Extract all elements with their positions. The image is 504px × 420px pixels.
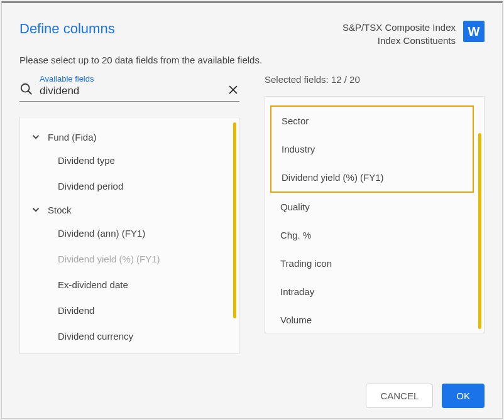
selected-field-item[interactable]: Trading icon [270, 249, 474, 277]
selected-field-item[interactable]: Dividend yield (%) (FY1) [271, 163, 473, 191]
selected-count-label: Selected fields: 12 / 20 [265, 74, 485, 85]
available-field-item[interactable]: Dividend [54, 298, 235, 323]
close-icon[interactable] [227, 83, 239, 97]
group-header[interactable]: Fund (Fida) [24, 126, 235, 148]
dialog-title: Define columns [19, 21, 115, 37]
selected-field-item[interactable]: Sector [271, 107, 473, 135]
available-column: Available fields Fund (Fida)Dividend typ… [19, 74, 239, 354]
selected-field-item[interactable]: Chg. % [270, 221, 474, 249]
context-line2: Index Constituents [342, 34, 456, 47]
group-label: Fund (Fida) [48, 132, 97, 143]
selected-scrollbar[interactable] [478, 133, 481, 329]
selected-field-item[interactable]: Quality [270, 193, 474, 221]
search-row: Available fields [19, 74, 239, 102]
selected-field-item[interactable]: Intraday [270, 277, 474, 306]
group-items: Dividend (ann) (FY1)Dividend yield (%) (… [24, 220, 235, 349]
cancel-button[interactable]: CANCEL [366, 384, 433, 408]
dialog-header: Define columns S&P/TSX Composite Index I… [2, 3, 502, 52]
available-field-item[interactable]: Dividend (ann) (FY1) [54, 220, 235, 246]
available-scrollbar[interactable] [233, 122, 236, 318]
available-list[interactable]: Fund (Fida)Dividend typeDividend periodS… [20, 117, 239, 353]
available-field-item[interactable]: Dividend currency [54, 323, 235, 349]
selected-remaining: QualityChg. %Trading iconIntradayVolumeL… [269, 193, 480, 333]
context-line1: S&P/TSX Composite Index [342, 21, 456, 34]
selected-panel: SectorIndustryDividend yield (%) (FY1)Qu… [265, 96, 485, 333]
define-columns-dialog: Define columns S&P/TSX Composite Index I… [1, 1, 503, 419]
group-header[interactable]: Stock [24, 199, 235, 220]
dialog-footer: CANCEL OK [366, 384, 485, 408]
search-field-wrap: Available fields [40, 74, 221, 97]
available-panel: Fund (Fida)Dividend typeDividend periodS… [19, 117, 239, 354]
app-badge: W [463, 21, 485, 42]
highlighted-selection: SectorIndustryDividend yield (%) (FY1) [270, 105, 474, 193]
selected-field-item[interactable]: Volume [270, 306, 474, 333]
available-field-item[interactable]: Dividend type [54, 148, 235, 173]
selected-column: Selected fields: 12 / 20 SectorIndustryD… [265, 74, 485, 354]
dialog-body: Available fields Fund (Fida)Dividend typ… [2, 74, 502, 354]
available-field-item[interactable]: Ex-dividend date [54, 272, 235, 298]
ok-button[interactable]: OK [442, 384, 485, 408]
header-right: S&P/TSX Composite Index Index Constituen… [342, 21, 485, 47]
selected-field-item[interactable]: Industry [271, 135, 473, 163]
search-input[interactable] [40, 85, 221, 97]
group-label: Stock [48, 205, 72, 215]
search-icon [19, 82, 33, 97]
instruction-text: Please select up to 20 data fields from … [2, 52, 502, 74]
context-info: S&P/TSX Composite Index Index Constituen… [342, 21, 456, 47]
group-items: Dividend typeDividend period [24, 148, 235, 199]
chevron-down-icon [30, 204, 41, 215]
svg-line-1 [28, 91, 32, 95]
available-field-item: Dividend yield (%) (FY1) [54, 246, 235, 272]
selected-list[interactable]: SectorIndustryDividend yield (%) (FY1)Qu… [265, 97, 484, 333]
svg-point-0 [21, 84, 30, 92]
chevron-down-icon [30, 131, 41, 143]
available-field-item[interactable]: Dividend period [54, 173, 235, 199]
search-label: Available fields [40, 74, 221, 83]
